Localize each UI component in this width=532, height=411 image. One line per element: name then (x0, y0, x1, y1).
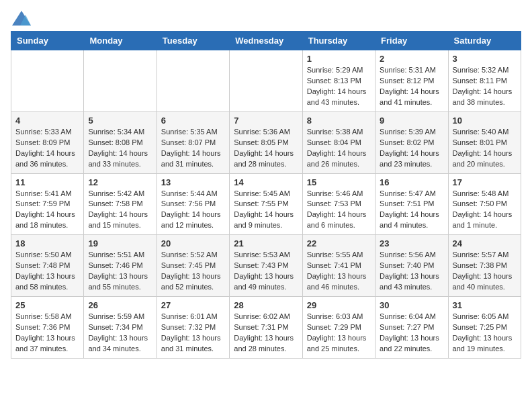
day-number: 30 (380, 300, 443, 310)
day-info: Sunrise: 5:59 AM Sunset: 7:34 PM Dayligh… (88, 312, 152, 355)
calendar-cell: 6Sunrise: 5:35 AM Sunset: 8:07 PM Daylig… (157, 111, 229, 173)
calendar-cell: 28Sunrise: 6:02 AM Sunset: 7:31 PM Dayli… (230, 297, 302, 359)
day-number: 28 (234, 300, 298, 310)
calendar-table: SundayMondayTuesdayWednesdayThursdayFrid… (11, 31, 521, 359)
calendar-cell: 9Sunrise: 5:39 AM Sunset: 8:02 PM Daylig… (375, 111, 448, 173)
logo (11, 11, 31, 26)
day-number: 13 (161, 177, 225, 187)
day-number: 24 (453, 238, 517, 248)
day-number: 16 (380, 177, 443, 187)
day-number: 3 (453, 54, 517, 64)
day-info: Sunrise: 5:58 AM Sunset: 7:36 PM Dayligh… (15, 312, 79, 355)
calendar-cell: 10Sunrise: 5:40 AM Sunset: 8:01 PM Dayli… (448, 111, 521, 173)
calendar-week-row: 11Sunrise: 5:41 AM Sunset: 7:59 PM Dayli… (11, 173, 521, 235)
day-info: Sunrise: 5:29 AM Sunset: 8:13 PM Dayligh… (307, 65, 371, 108)
calendar-cell: 31Sunrise: 6:05 AM Sunset: 7:25 PM Dayli… (448, 297, 521, 359)
day-info: Sunrise: 5:35 AM Sunset: 8:07 PM Dayligh… (161, 127, 225, 170)
day-info: Sunrise: 5:48 AM Sunset: 7:50 PM Dayligh… (453, 189, 517, 232)
day-info: Sunrise: 6:03 AM Sunset: 7:29 PM Dayligh… (307, 312, 371, 355)
day-number: 26 (88, 300, 152, 310)
column-header-thursday: Thursday (302, 32, 375, 50)
calendar-week-row: 18Sunrise: 5:50 AM Sunset: 7:48 PM Dayli… (11, 235, 521, 297)
calendar-cell: 17Sunrise: 5:48 AM Sunset: 7:50 PM Dayli… (448, 173, 521, 235)
day-info: Sunrise: 5:46 AM Sunset: 7:53 PM Dayligh… (307, 189, 371, 232)
calendar-cell: 7Sunrise: 5:36 AM Sunset: 8:05 PM Daylig… (230, 111, 302, 173)
calendar-cell: 3Sunrise: 5:32 AM Sunset: 8:11 PM Daylig… (448, 50, 521, 112)
day-number: 19 (88, 238, 152, 248)
day-number: 17 (453, 177, 517, 187)
day-info: Sunrise: 6:02 AM Sunset: 7:31 PM Dayligh… (234, 312, 298, 355)
logo-icon (12, 11, 31, 26)
day-info: Sunrise: 6:01 AM Sunset: 7:32 PM Dayligh… (161, 312, 225, 355)
day-info: Sunrise: 5:45 AM Sunset: 7:55 PM Dayligh… (234, 189, 298, 232)
column-header-tuesday: Tuesday (157, 32, 229, 50)
day-number: 11 (15, 177, 79, 187)
calendar-cell (230, 50, 302, 112)
day-info: Sunrise: 5:42 AM Sunset: 7:58 PM Dayligh… (88, 189, 152, 232)
day-info: Sunrise: 5:36 AM Sunset: 8:05 PM Dayligh… (234, 127, 298, 170)
day-info: Sunrise: 5:41 AM Sunset: 7:59 PM Dayligh… (15, 189, 79, 232)
day-info: Sunrise: 5:38 AM Sunset: 8:04 PM Dayligh… (307, 127, 371, 170)
calendar-cell: 25Sunrise: 5:58 AM Sunset: 7:36 PM Dayli… (11, 297, 84, 359)
column-header-friday: Friday (375, 32, 448, 50)
calendar-cell: 24Sunrise: 5:57 AM Sunset: 7:38 PM Dayli… (448, 235, 521, 297)
column-header-wednesday: Wednesday (230, 32, 302, 50)
day-info: Sunrise: 5:56 AM Sunset: 7:40 PM Dayligh… (380, 250, 443, 293)
calendar-week-row: 1Sunrise: 5:29 AM Sunset: 8:13 PM Daylig… (11, 50, 521, 112)
day-number: 9 (380, 116, 443, 126)
day-info: Sunrise: 5:51 AM Sunset: 7:46 PM Dayligh… (88, 250, 152, 293)
calendar-cell: 14Sunrise: 5:45 AM Sunset: 7:55 PM Dayli… (230, 173, 302, 235)
day-number: 18 (15, 238, 79, 248)
day-info: Sunrise: 5:31 AM Sunset: 8:12 PM Dayligh… (380, 65, 443, 108)
calendar-cell: 26Sunrise: 5:59 AM Sunset: 7:34 PM Dayli… (84, 297, 157, 359)
column-header-monday: Monday (84, 32, 157, 50)
calendar-header-row: SundayMondayTuesdayWednesdayThursdayFrid… (11, 32, 521, 50)
day-number: 29 (307, 300, 371, 310)
day-info: Sunrise: 5:53 AM Sunset: 7:43 PM Dayligh… (234, 250, 298, 293)
calendar-cell: 4Sunrise: 5:33 AM Sunset: 8:09 PM Daylig… (11, 111, 84, 173)
day-number: 10 (453, 116, 517, 126)
day-number: 1 (307, 54, 371, 64)
calendar-cell: 16Sunrise: 5:47 AM Sunset: 7:51 PM Dayli… (375, 173, 448, 235)
calendar-cell: 13Sunrise: 5:44 AM Sunset: 7:56 PM Dayli… (157, 173, 229, 235)
calendar-cell: 23Sunrise: 5:56 AM Sunset: 7:40 PM Dayli… (375, 235, 448, 297)
day-info: Sunrise: 5:34 AM Sunset: 8:08 PM Dayligh… (88, 127, 152, 170)
day-number: 2 (380, 54, 443, 64)
calendar-cell: 27Sunrise: 6:01 AM Sunset: 7:32 PM Dayli… (157, 297, 229, 359)
day-number: 22 (307, 238, 371, 248)
calendar-cell: 18Sunrise: 5:50 AM Sunset: 7:48 PM Dayli… (11, 235, 84, 297)
day-info: Sunrise: 6:04 AM Sunset: 7:27 PM Dayligh… (380, 312, 443, 355)
day-number: 5 (88, 116, 152, 126)
day-number: 15 (307, 177, 371, 187)
day-info: Sunrise: 5:50 AM Sunset: 7:48 PM Dayligh… (15, 250, 79, 293)
day-info: Sunrise: 5:44 AM Sunset: 7:56 PM Dayligh… (161, 189, 225, 232)
day-number: 20 (161, 238, 225, 248)
day-info: Sunrise: 5:40 AM Sunset: 8:01 PM Dayligh… (453, 127, 517, 170)
day-number: 21 (234, 238, 298, 248)
page-header (11, 11, 521, 26)
day-number: 14 (234, 177, 298, 187)
day-info: Sunrise: 5:32 AM Sunset: 8:11 PM Dayligh… (453, 65, 517, 108)
day-number: 31 (453, 300, 517, 310)
day-info: Sunrise: 5:39 AM Sunset: 8:02 PM Dayligh… (380, 127, 443, 170)
calendar-cell (11, 50, 84, 112)
day-number: 27 (161, 300, 225, 310)
column-header-saturday: Saturday (448, 32, 521, 50)
calendar-cell: 12Sunrise: 5:42 AM Sunset: 7:58 PM Dayli… (84, 173, 157, 235)
calendar-cell: 2Sunrise: 5:31 AM Sunset: 8:12 PM Daylig… (375, 50, 448, 112)
calendar-cell: 15Sunrise: 5:46 AM Sunset: 7:53 PM Dayli… (302, 173, 375, 235)
calendar-cell (84, 50, 157, 112)
day-number: 25 (15, 300, 79, 310)
day-number: 4 (15, 116, 79, 126)
day-number: 12 (88, 177, 152, 187)
day-info: Sunrise: 5:55 AM Sunset: 7:41 PM Dayligh… (307, 250, 371, 293)
calendar-week-row: 25Sunrise: 5:58 AM Sunset: 7:36 PM Dayli… (11, 297, 521, 359)
column-header-sunday: Sunday (11, 32, 84, 50)
day-number: 23 (380, 238, 443, 248)
calendar-cell: 1Sunrise: 5:29 AM Sunset: 8:13 PM Daylig… (302, 50, 375, 112)
day-info: Sunrise: 5:47 AM Sunset: 7:51 PM Dayligh… (380, 189, 443, 232)
calendar-cell: 5Sunrise: 5:34 AM Sunset: 8:08 PM Daylig… (84, 111, 157, 173)
calendar-cell: 21Sunrise: 5:53 AM Sunset: 7:43 PM Dayli… (230, 235, 302, 297)
day-info: Sunrise: 5:33 AM Sunset: 8:09 PM Dayligh… (15, 127, 79, 170)
day-number: 7 (234, 116, 298, 126)
